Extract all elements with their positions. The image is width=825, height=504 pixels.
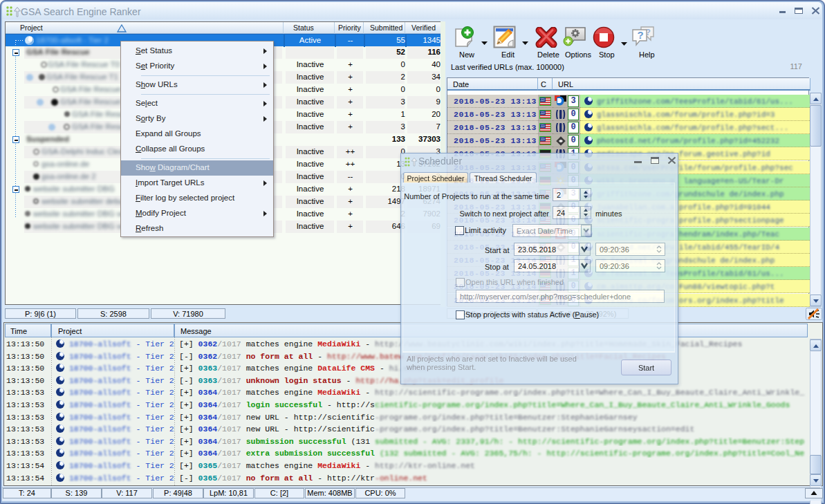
svg-text:?: ?	[638, 29, 644, 41]
